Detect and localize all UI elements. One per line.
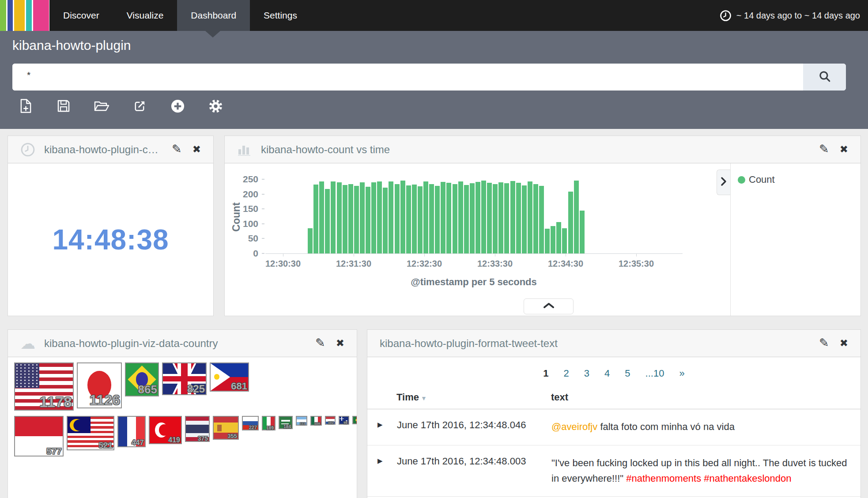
table-header-row: Time▼ text: [367, 392, 860, 409]
pagination-item-5[interactable]: 5: [625, 368, 630, 379]
expand-row-caret-icon[interactable]: ▶: [367, 419, 397, 429]
share-dashboard-icon[interactable]: [132, 97, 147, 115]
legend-label: Count: [749, 174, 775, 185]
edit-panel-icon[interactable]: ✎: [172, 143, 182, 155]
country-item-malaysia[interactable]: 521: [67, 416, 114, 450]
edit-panel-icon[interactable]: ✎: [315, 337, 325, 349]
bar-chart-visualization: Count @timestamp per 5 seconds Count 050…: [225, 163, 860, 316]
tweet-hashtag-link[interactable]: #nathenmoments: [626, 473, 701, 484]
nav-item-dashboard[interactable]: Dashboard: [177, 0, 250, 31]
country-item-indonesia[interactable]: 577: [14, 416, 64, 456]
remove-panel-icon[interactable]: ✖: [192, 144, 201, 155]
country-count-label: 577: [46, 446, 62, 456]
tweet-hashtag-link[interactable]: #nathentakeslondon: [704, 473, 791, 484]
chart-plot-area: [265, 179, 683, 254]
country-count-label: 865: [138, 383, 157, 396]
country-item-thailand[interactable]: 375: [185, 416, 210, 442]
country-item-portugal[interactable]: 59: [352, 416, 357, 424]
legend-toggle-button[interactable]: [717, 170, 730, 195]
chart-bar: [343, 185, 347, 253]
active-tab-caret: [205, 31, 220, 38]
country-item-france[interactable]: 447: [117, 416, 146, 447]
legend-entry-count[interactable]: Count: [738, 174, 775, 185]
chart-bar: [412, 185, 417, 253]
y-axis-tick-mark: [262, 238, 264, 239]
pagination-item-2[interactable]: 2: [564, 368, 569, 379]
collapse-panel-tab[interactable]: [524, 298, 574, 314]
chart-bar: [319, 181, 324, 253]
panel-country-cloud: ☁ kibana-howto-plugin-viz-data-country ✎…: [8, 329, 357, 498]
tweet-mention-link[interactable]: @aveirofjv: [551, 421, 597, 432]
clock-visualization: 14:48:38: [8, 163, 213, 316]
chart-bar: [377, 181, 382, 253]
chart-bar: [539, 186, 544, 253]
time-picker[interactable]: ~ 14 days ago to ~ 14 days ago: [720, 0, 868, 31]
query-input[interactable]: [12, 64, 803, 91]
remove-panel-icon[interactable]: ✖: [840, 338, 848, 348]
country-count-label: 98: [343, 421, 347, 425]
chart-bar: [441, 182, 445, 253]
options-gear-icon[interactable]: [208, 97, 223, 115]
edit-panel-icon[interactable]: ✎: [819, 337, 829, 349]
nav-item-discover[interactable]: Discover: [49, 0, 113, 31]
chart-bar: [371, 182, 376, 253]
chart-bar: [562, 228, 567, 253]
kibana-dashboard-app: DiscoverVisualizeDashboardSettings ~ 14 …: [0, 0, 868, 498]
country-item-spain[interactable]: 355: [213, 416, 239, 440]
chevron-up-icon: [543, 302, 555, 310]
add-visualization-icon[interactable]: [170, 97, 185, 115]
country-count-label: 108: [314, 422, 320, 426]
chart-bar: [580, 211, 585, 253]
chart-bar: [400, 181, 405, 253]
remove-panel-icon[interactable]: ✖: [336, 338, 344, 348]
country-item-philippines[interactable]: 681: [210, 362, 249, 392]
country-item-australia[interactable]: 98: [339, 416, 349, 425]
chart-bar: [504, 183, 509, 253]
country-item-saudi-arabia[interactable]: 184: [279, 416, 293, 429]
y-axis-tick-mark: [262, 179, 264, 180]
nav-item-settings[interactable]: Settings: [250, 0, 311, 31]
panel-title: kibana-howto-plugin-viz-data-country: [44, 337, 218, 350]
pagination-item-6[interactable]: ...10: [645, 368, 664, 379]
country-item-united-kingdom[interactable]: 825: [162, 362, 207, 395]
table-row: ▶June 17th 2016, 12:34:48.003"I've been …: [367, 445, 860, 497]
remove-panel-icon[interactable]: ✖: [840, 144, 848, 155]
pagination-item-1[interactable]: 1: [543, 368, 548, 379]
country-item-japan[interactable]: 1126: [77, 362, 122, 408]
y-axis-tick-mark: [262, 208, 264, 209]
edit-panel-icon[interactable]: ✎: [819, 143, 829, 155]
expand-row-caret-icon[interactable]: ▶: [367, 456, 397, 465]
chart-bar: [423, 181, 428, 253]
pagination-item-7[interactable]: »: [679, 368, 684, 379]
panel-tweet-table: kibana-howto-plugin-format-tweet-text ✎ …: [367, 329, 861, 498]
tweet-time-cell: June 17th 2016, 12:34:48.003: [397, 456, 551, 467]
panel-clock: kibana-howto-plugin-c… ✎ ✖ 14:48:38: [8, 136, 214, 316]
save-dashboard-icon[interactable]: [56, 97, 72, 115]
new-dashboard-icon[interactable]: [18, 97, 34, 115]
country-item-brazil[interactable]: 865: [125, 362, 159, 396]
pagination-item-3[interactable]: 3: [584, 368, 589, 379]
country-item-netherlands[interactable]: 102: [325, 416, 336, 425]
panel-count-vs-time: kibana-howto-count vs time ✎ ✖ Count @ti…: [224, 136, 861, 316]
country-item-argentina[interactable]: 112: [296, 416, 307, 426]
chart-bar: [383, 188, 388, 253]
country-count-label: 355: [227, 433, 237, 440]
chart-bar: [551, 226, 555, 253]
country-item-mexico[interactable]: 108: [310, 416, 322, 426]
load-dashboard-icon[interactable]: [94, 97, 109, 115]
search-button[interactable]: [803, 64, 846, 91]
country-item-turkey[interactable]: 419: [149, 416, 182, 444]
pagination-item-4[interactable]: 4: [604, 368, 610, 379]
country-count-label: 419: [168, 436, 180, 444]
magnifier-icon: [818, 70, 831, 84]
country-item-united-states[interactable]: 1178: [14, 362, 74, 411]
x-axis-tick-mark: [566, 253, 566, 257]
chart-bar: [429, 184, 434, 253]
country-item-italy[interactable]: 189: [262, 416, 275, 430]
kibana-logo[interactable]: [0, 0, 49, 31]
country-item-russia[interactable]: 227: [242, 416, 259, 430]
logo-stripe: [33, 0, 49, 31]
x-axis-title: @timestamp per 5 seconds: [411, 276, 537, 288]
column-header-time[interactable]: Time▼: [396, 392, 551, 403]
nav-item-visualize[interactable]: Visualize: [113, 0, 177, 31]
